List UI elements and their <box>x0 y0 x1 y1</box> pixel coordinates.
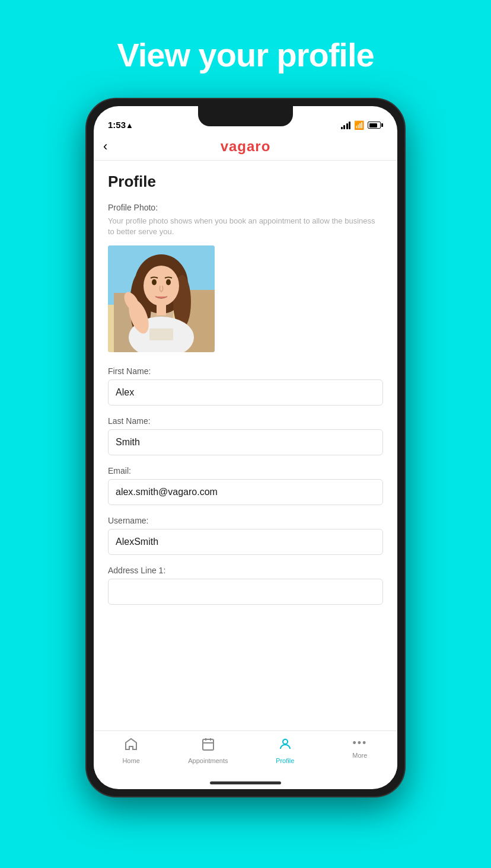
svg-rect-13 <box>149 328 173 340</box>
username-label: Username: <box>108 516 383 525</box>
svg-point-8 <box>144 266 179 306</box>
bottom-nav: Home Appointments <box>94 730 397 778</box>
phone-mockup: 1:53 ▲ 📶 <box>0 98 491 797</box>
svg-point-9 <box>152 279 157 285</box>
profile-photo[interactable] <box>108 245 215 352</box>
wifi-icon: 📶 <box>354 120 364 130</box>
address-field: Address Line 1: <box>108 566 383 605</box>
photo-desc: Your profile photo shows when you book a… <box>108 216 383 237</box>
battery-icon <box>368 122 383 129</box>
nav-home-label: Home <box>122 757 139 764</box>
phone-screen: 1:53 ▲ 📶 <box>94 106 397 789</box>
page-title: View your profile <box>0 0 491 98</box>
address-input[interactable] <box>108 579 383 605</box>
svg-point-20 <box>283 739 288 744</box>
address-label: Address Line 1: <box>108 566 383 575</box>
nav-item-appointments[interactable]: Appointments <box>188 737 228 764</box>
appointments-icon <box>201 737 215 755</box>
profile-heading: Profile <box>108 173 383 191</box>
photo-label: Profile Photo: <box>108 203 383 212</box>
last-name-input[interactable] <box>108 429 383 455</box>
home-indicator <box>210 781 281 784</box>
nav-appointments-label: Appointments <box>188 757 228 764</box>
status-time: 1:53 <box>108 120 126 130</box>
phone-notch <box>198 106 293 126</box>
first-name-label: First Name: <box>108 366 383 376</box>
home-icon <box>124 737 138 755</box>
signal-icon <box>341 121 351 129</box>
status-icons: 📶 <box>341 120 384 130</box>
nav-item-profile[interactable]: Profile <box>267 737 303 764</box>
more-icon: ••• <box>352 737 367 749</box>
location-icon: ▲ <box>126 121 133 130</box>
username-input[interactable] <box>108 529 383 555</box>
nav-item-more[interactable]: ••• More <box>342 737 378 759</box>
profile-photo-section: Profile Photo: Your profile photo shows … <box>108 203 383 352</box>
nav-item-home[interactable]: Home <box>113 737 149 764</box>
last-name-label: Last Name: <box>108 416 383 426</box>
first-name-input[interactable] <box>108 379 383 406</box>
email-field: Email: <box>108 466 383 505</box>
page-background: View your profile 1:53 ▲ 📶 <box>0 0 491 868</box>
vagaro-logo: vagaro <box>221 138 271 155</box>
email-label: Email: <box>108 466 383 476</box>
svg-rect-11 <box>157 304 166 315</box>
username-field: Username: <box>108 516 383 555</box>
email-input[interactable] <box>108 479 383 505</box>
profile-icon <box>278 737 292 755</box>
nav-profile-label: Profile <box>276 757 294 764</box>
svg-rect-16 <box>203 739 213 750</box>
nav-more-label: More <box>352 752 367 759</box>
back-button[interactable]: ‹ <box>103 139 107 154</box>
svg-point-10 <box>166 279 171 285</box>
first-name-field: First Name: <box>108 366 383 406</box>
phone-body: 1:53 ▲ 📶 <box>85 98 406 797</box>
profile-content: Profile Profile Photo: Your profile phot… <box>94 161 397 730</box>
last-name-field: Last Name: <box>108 416 383 455</box>
profile-photo-svg <box>108 245 215 352</box>
nav-bar: ‹ vagaro <box>94 132 397 161</box>
